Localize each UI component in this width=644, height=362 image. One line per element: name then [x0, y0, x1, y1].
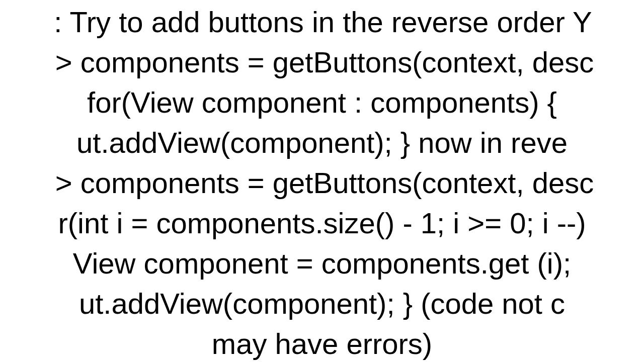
code-line-6: r(int i = components.size() - 1; i >= 0;…	[0, 203, 644, 243]
code-line-7: View component = components.get (i);	[0, 243, 644, 284]
code-line-1: : Try to add buttons in the reverse orde…	[0, 2, 644, 42]
code-line-2: > components = getButtons(context, desc	[0, 42, 644, 82]
code-line-9: may have errors)	[0, 324, 644, 362]
code-line-3: for(View component : components) {	[0, 82, 644, 123]
code-line-8: ut.addView(component); } (code not c	[0, 284, 644, 324]
code-line-5: > components = getButtons(context, desc	[0, 163, 644, 203]
code-line-4: ut.addView(component); } now in reve	[0, 123, 644, 163]
